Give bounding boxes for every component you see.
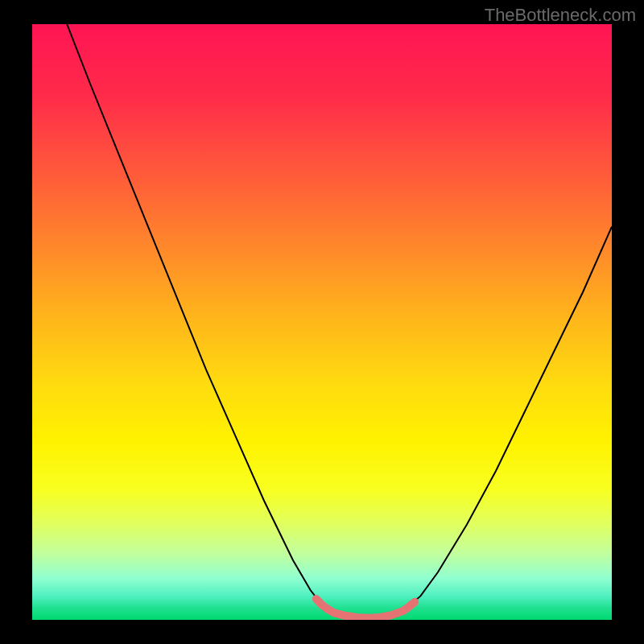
chart-plot	[32, 24, 612, 620]
chart-container: TheBottleneck.com	[0, 0, 644, 644]
gradient-background	[32, 24, 612, 620]
watermark-text: TheBottleneck.com	[485, 5, 636, 26]
